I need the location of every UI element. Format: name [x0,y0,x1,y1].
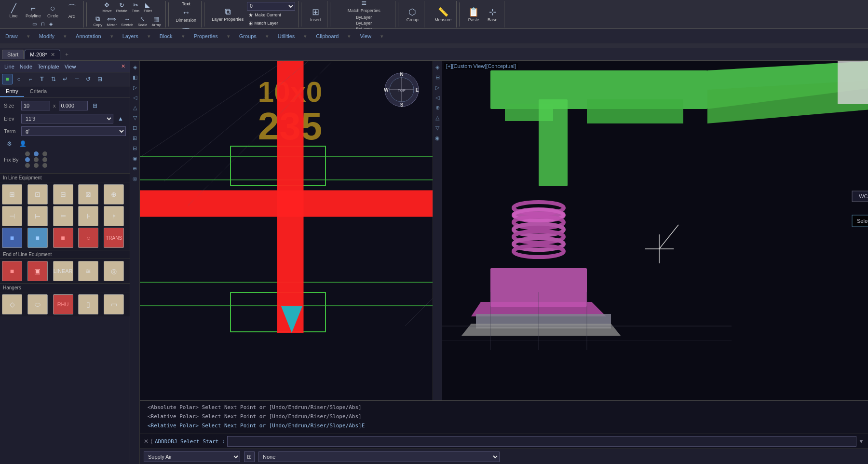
tool-9[interactable]: ⊟ [131,144,139,152]
tab-add-button[interactable]: ＋ [61,50,72,59]
move-button[interactable]: ✥ Move [101,1,113,14]
none-dropdown[interactable]: None [258,451,500,462]
draw-menu[interactable]: Draw [4,33,19,40]
icon-refresh[interactable]: ↺ [83,74,94,84]
insert-button[interactable]: ⊞ Insert [307,6,324,23]
tool-5[interactable]: △ [131,103,139,112]
icon-green-square[interactable]: ■ [2,74,13,84]
size-input2[interactable] [59,101,88,110]
dimension-button[interactable]: ↔ Dimension [174,7,199,24]
mirror-button[interactable]: ⟺ Mirror [105,15,118,27]
fillet-button[interactable]: ◣ Fillet [142,1,153,14]
tab-start[interactable]: Start [2,50,24,59]
icon-corner[interactable]: ⌐ [25,74,36,84]
tool-3[interactable]: ▷ [131,83,139,92]
tool-1[interactable]: ◈ [131,63,139,71]
equip-item-5[interactable]: ⊕ [104,184,124,205]
fix-dot-1[interactable] [25,151,30,156]
menu-line[interactable]: Line [2,63,17,70]
modify-menu[interactable]: Modify [38,33,56,40]
tool-8[interactable]: ⊞ [131,134,139,142]
menu-node[interactable]: Node [17,63,35,70]
equip-item-6[interactable]: ⊣ [2,206,22,226]
hanger-item-1[interactable]: ◇ [2,294,22,314]
hanger-item-4[interactable]: ▯ [78,294,98,314]
properties-menu[interactable]: Properties [192,33,219,40]
fix-dot-8[interactable] [34,163,39,168]
icon-elbow[interactable]: ↵ [60,74,70,84]
fix-dot-7[interactable] [25,163,30,168]
tool-2[interactable]: ◧ [131,73,139,82]
group-button[interactable]: ⬡ Group [404,6,421,23]
circle-button[interactable]: ○ Circle [44,2,62,19]
viewport-3d[interactable]: [+][Custom View][Conceptual] [442,61,868,400]
trim-button[interactable]: ✂ Trim [130,1,141,14]
icon-link[interactable]: ⊟ [95,74,105,84]
hanger-item-2[interactable]: ⬭ [27,294,48,314]
tool-11[interactable]: ⊕ [131,164,139,173]
hanger-item-3[interactable]: RHU [53,294,73,314]
rtool-7[interactable]: ▽ [433,123,442,132]
equip-item-11[interactable]: ■ [2,228,22,248]
equip-item-10[interactable]: ⊧ [104,206,124,226]
cmd-settings-icon[interactable]: ✕ [144,438,149,445]
equip-item-9[interactable]: ⊦ [78,206,98,226]
tool-10[interactable]: ◉ [131,154,139,163]
tool-12[interactable]: ◎ [131,174,139,183]
layer-dropdown[interactable]: 0 [247,2,295,11]
supply-air-dropdown[interactable]: Supply Air [144,451,240,462]
text-button[interactable]: A Text [177,0,195,6]
supply-air-icon-btn[interactable]: ⊞ [244,451,255,462]
endline-item-5[interactable]: ◎ [104,261,124,281]
rtool-1[interactable]: ◈ [433,63,442,71]
base-button[interactable]: ⊹ Base [484,6,501,23]
rtool-2[interactable]: ⊟ [433,73,442,82]
array-button[interactable]: ▦ Array [150,15,162,27]
cmd-expand-icon[interactable]: ⟨ [150,438,153,445]
tool-6[interactable]: ▽ [131,113,139,122]
view-menu[interactable]: View [358,33,373,40]
tab-close-button[interactable]: ✕ [51,52,55,57]
icon-branch[interactable]: ⊢ [71,74,82,84]
endline-item-4[interactable]: ≋ [78,261,98,281]
rtool-4[interactable]: ◁ [433,93,442,102]
rtool-8[interactable]: ◉ [433,134,442,142]
tool-7[interactable]: ⊡ [131,123,139,132]
block-menu[interactable]: Block [158,33,174,40]
equip-item-15[interactable]: TRANS [104,228,124,248]
endline-item-3[interactable]: LINEAR [53,261,73,281]
menu-template[interactable]: Template [35,63,62,70]
cmd-dropdown-icon[interactable]: ▼ [858,438,864,445]
fix-dot-6[interactable] [42,157,47,162]
scale-button[interactable]: ⤡ Scale [136,15,149,27]
rtool-6[interactable]: △ [433,113,442,122]
fix-dot-2[interactable] [34,151,39,156]
tool-4[interactable]: ◁ [131,93,139,102]
panel-close-button[interactable]: ✕ [119,63,128,70]
fix-dot-5[interactable] [34,157,39,162]
fix-dot-3[interactable] [42,151,47,156]
viewport-2d[interactable]: 10x0 235 [140,61,441,400]
icon-text[interactable]: T [37,74,47,84]
line-button[interactable]: ╱ Line [5,2,22,19]
make-current-button[interactable]: ★ Make Current [247,12,295,19]
rotate-button[interactable]: ↻ Rotate [115,1,129,14]
equip-item-1[interactable]: ⊞ [2,184,22,205]
equip-item-4[interactable]: ⊠ [78,184,98,205]
paste-button[interactable]: 📋 Paste [465,6,482,23]
copy-button[interactable]: ⧉ Copy [92,14,104,27]
draw-subitem2[interactable]: ⊓ [40,21,46,27]
utilities-menu[interactable]: Utilities [276,33,296,40]
term-select[interactable]: g' [21,126,126,136]
equip-item-12[interactable]: ■ [27,228,48,248]
entry-tab[interactable]: Entry [0,86,24,97]
size-input1[interactable] [21,101,50,110]
icon-arrow-up-down[interactable]: ⇅ [48,74,59,84]
arc-button[interactable]: ⌒ Arc [63,1,81,20]
rtool-5[interactable]: ⊕ [433,103,442,112]
measure-button[interactable]: 📏 Measure [433,6,453,23]
hanger-item-5[interactable]: ▭ [104,294,124,314]
layer-properties-button[interactable]: ⧉ Layer Properties [210,6,245,23]
equip-item-14[interactable]: ○ [78,228,98,248]
clipboard-menu[interactable]: Clipboard [314,33,340,40]
